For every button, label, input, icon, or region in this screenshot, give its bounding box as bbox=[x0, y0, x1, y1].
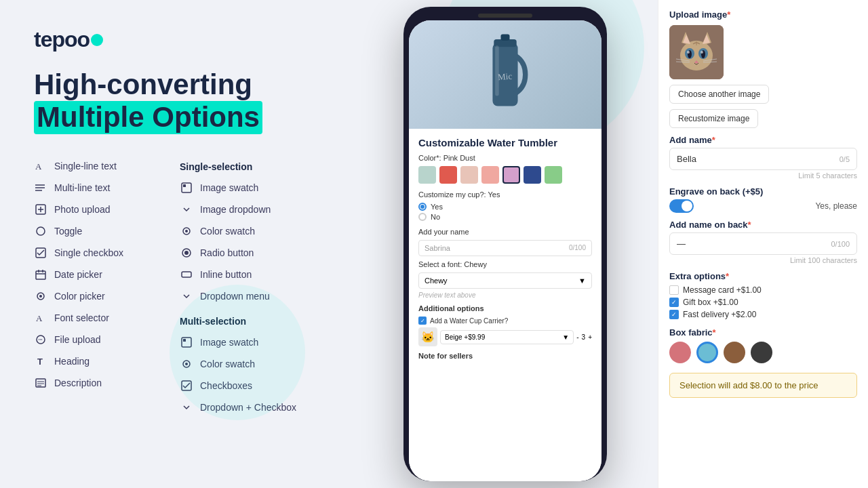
addon-select[interactable]: Beige +$9.99 ▼ bbox=[440, 330, 574, 344]
list-item: Image swatch bbox=[180, 332, 326, 352]
color-picker-icon bbox=[34, 289, 47, 303]
image-preview bbox=[669, 25, 724, 79]
upload-section-label: Upload image* bbox=[669, 9, 857, 20]
fabric-label: Box fabric* bbox=[669, 327, 857, 338]
color-swatch-label: Color swatch bbox=[200, 226, 255, 237]
logo-text: tepoo bbox=[34, 27, 90, 52]
list-item: T Heading bbox=[34, 351, 180, 371]
list-item: Color swatch bbox=[180, 221, 326, 241]
name-input[interactable]: Sabrina 0/100 bbox=[418, 240, 592, 256]
qty-minus-button[interactable]: - bbox=[576, 333, 578, 341]
radio-yes[interactable]: Yes bbox=[418, 203, 592, 211]
svg-point-7 bbox=[37, 227, 45, 235]
description-label: Description bbox=[54, 378, 102, 388]
addon-row: 🐱 Beige +$9.99 ▼ - 3 + bbox=[418, 327, 592, 346]
svg-text:T: T bbox=[37, 357, 43, 367]
multi-color-swatch-icon bbox=[180, 357, 193, 371]
date-picker-icon bbox=[34, 268, 47, 281]
extra-option-1[interactable]: ✓ Gift box +$1.00 bbox=[669, 296, 857, 308]
dropdown-checkbox-icon bbox=[180, 401, 193, 414]
upload-section: Upload image* bbox=[669, 9, 857, 128]
image-swatch-label: Image swatch bbox=[200, 182, 258, 193]
color-swatch-red[interactable] bbox=[439, 166, 457, 184]
color-swatch-salmon[interactable] bbox=[481, 166, 499, 184]
multi-image-swatch-icon bbox=[180, 336, 193, 349]
extra-options-section: Extra options* Message card +$1.00 ✓ Gif… bbox=[669, 271, 857, 321]
radio-button-label: Radio button bbox=[200, 247, 254, 258]
extra-option-2[interactable]: ✓ Fast delivery +$2.00 bbox=[669, 308, 857, 321]
addon-chevron-icon: ▼ bbox=[562, 333, 569, 341]
color-swatch-pink[interactable] bbox=[502, 166, 520, 184]
color-swatch-navy[interactable] bbox=[524, 166, 541, 184]
color-swatches bbox=[418, 166, 592, 184]
extra-option-0[interactable]: Message card +$1.00 bbox=[669, 284, 857, 296]
checkboxes-icon bbox=[180, 379, 193, 392]
list-item: Image swatch bbox=[180, 178, 326, 198]
svg-rect-31 bbox=[183, 339, 186, 342]
back-name-field[interactable]: — 0/100 bbox=[669, 232, 857, 255]
radio-group: Yes No bbox=[418, 203, 592, 221]
svg-rect-29 bbox=[182, 272, 191, 277]
toggle-label: Toggle bbox=[54, 226, 82, 237]
product-image: Mic bbox=[409, 20, 601, 129]
list-item: Dropdown menu bbox=[180, 286, 326, 306]
features-col-right: Single-selection Image swatch Image drop… bbox=[180, 156, 326, 474]
left-panel: tepoo High-converting Multiple Options A… bbox=[0, 0, 353, 488]
engrave-toggle[interactable] bbox=[669, 199, 694, 213]
carrier-label: Add a Water Cup Carrier? bbox=[430, 317, 508, 325]
svg-point-14 bbox=[39, 295, 42, 298]
name-value: Bella bbox=[677, 154, 696, 164]
photo-upload-label: Photo upload bbox=[54, 204, 111, 215]
add-name-section: Add name* Bella 0/5 Limit 5 characters bbox=[669, 135, 857, 180]
list-item: Toggle bbox=[34, 221, 180, 241]
color-swatch-mint[interactable] bbox=[418, 166, 436, 184]
svg-point-28 bbox=[184, 251, 189, 255]
extra-options-label: Extra options* bbox=[669, 271, 857, 281]
svg-point-51 bbox=[701, 51, 703, 54]
headline-line2: Multiple Options bbox=[34, 101, 262, 134]
color-swatch-peach[interactable] bbox=[460, 166, 478, 184]
single-line-text-label: Single-line text bbox=[54, 161, 117, 171]
svg-point-33 bbox=[185, 363, 188, 365]
single-checkbox-label: Single checkbox bbox=[54, 247, 123, 258]
list-item: Multi-line text bbox=[34, 178, 180, 198]
dropdown-menu-icon bbox=[180, 289, 193, 303]
logo: tepoo bbox=[34, 27, 326, 52]
font-select[interactable]: Chewy ▼ bbox=[418, 272, 592, 289]
radio-no[interactable]: No bbox=[418, 213, 592, 221]
fabric-swatch-dark[interactable] bbox=[751, 342, 772, 363]
fabric-swatch-blue[interactable] bbox=[696, 342, 718, 363]
font-selector-icon: A bbox=[34, 311, 47, 325]
fabric-swatch-rose[interactable] bbox=[669, 342, 691, 363]
name-char-count: 0/5 bbox=[840, 155, 850, 163]
qty-plus-button[interactable]: + bbox=[588, 333, 592, 341]
back-name-label: Add name on back* bbox=[669, 220, 857, 230]
list-item: Image dropdown bbox=[180, 199, 326, 220]
carrier-checkbox[interactable]: Add a Water Cup Carrier? bbox=[418, 317, 592, 325]
qty-value: 3 bbox=[582, 333, 586, 341]
name-limit-text: Limit 5 characters bbox=[669, 171, 857, 180]
radio-no-circle bbox=[418, 213, 427, 221]
list-item: Dropdown + Checkbox bbox=[180, 397, 326, 418]
headline: High-converting Multiple Options bbox=[34, 68, 326, 134]
inline-button-label: Inline button bbox=[200, 269, 252, 280]
fabric-swatch-brown[interactable] bbox=[724, 342, 745, 363]
fabric-section: Box fabric* bbox=[669, 327, 857, 363]
svg-rect-24 bbox=[183, 184, 186, 187]
image-dropdown-icon bbox=[180, 203, 193, 216]
name-field[interactable]: Bella 0/5 bbox=[669, 148, 857, 170]
product-title: Customizable Water Tumbler bbox=[418, 137, 592, 148]
product-content: Customizable Water Tumbler Color*: Pink … bbox=[409, 129, 601, 481]
svg-rect-37 bbox=[501, 35, 510, 41]
multi-color-swatch-label: Color swatch bbox=[200, 359, 255, 369]
back-name-section: Add name on back* — 0/100 Limit 100 char… bbox=[669, 220, 857, 264]
back-name-limit: Limit 100 characters bbox=[669, 256, 857, 264]
list-item: Date picker bbox=[34, 264, 180, 285]
heading-icon: T bbox=[34, 354, 47, 368]
recustomize-button[interactable]: Recustomize image bbox=[669, 109, 758, 128]
choose-another-button[interactable]: Choose another image bbox=[669, 85, 769, 104]
color-swatch-green[interactable] bbox=[545, 166, 562, 184]
extra-option-0-label: Message card +$1.00 bbox=[683, 285, 762, 295]
photo-upload-icon bbox=[34, 203, 47, 216]
color-option-label: Color*: Pink Dust bbox=[418, 154, 592, 162]
